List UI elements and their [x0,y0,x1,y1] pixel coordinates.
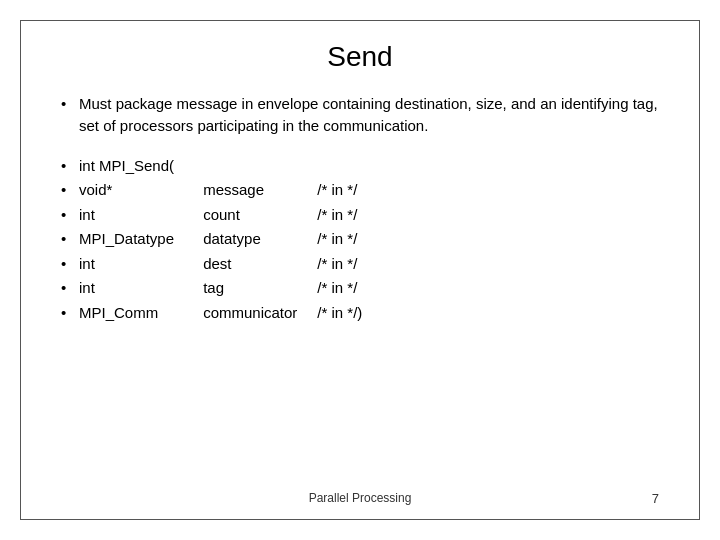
code-comment-1: /* in */ [317,179,357,202]
code-section: • int MPI_Send( • void* message /* in */… [61,155,659,325]
bullet-text-1: Must package message in envelope contain… [79,93,659,137]
code-arg-4: dest [203,253,313,276]
code-comment-2: /* in */ [317,204,357,227]
code-indent-5: int [79,277,199,300]
code-line-0: • int MPI_Send( [61,155,659,178]
code-comment-6: /* in */) [317,302,362,325]
code-text-2: int count /* in */ [79,204,357,227]
code-comment-3: /* in */ [317,228,357,251]
code-arg-2: count [203,204,313,227]
code-line-3: • MPI_Datatype datatype /* in */ [61,228,659,251]
code-arg-5: tag [203,277,313,300]
code-arg-3: datatype [203,228,313,251]
intro-bullet-section: • Must package message in envelope conta… [61,93,659,137]
code-dot-5: • [61,277,79,300]
code-dot-2: • [61,204,79,227]
code-line-5: • int tag /* in */ [61,277,659,300]
code-dot-0: • [61,155,79,178]
code-line-4: • int dest /* in */ [61,253,659,276]
code-text-4: int dest /* in */ [79,253,357,276]
code-indent-2: int [79,204,199,227]
code-text-0: int MPI_Send( [79,155,174,178]
code-comment-5: /* in */ [317,277,357,300]
code-text-5: int tag /* in */ [79,277,357,300]
code-arg-1: message [203,179,313,202]
footer-label: Parallel Processing [309,491,412,505]
code-arg-6: communicator [203,302,313,325]
code-text-3: MPI_Datatype datatype /* in */ [79,228,357,251]
footer-page: 7 [652,491,659,506]
code-line-2: • int count /* in */ [61,204,659,227]
code-dot-3: • [61,228,79,251]
code-indent-3: MPI_Datatype [79,228,199,251]
code-line-1: • void* message /* in */ [61,179,659,202]
code-dot-1: • [61,179,79,202]
bullet-dot-1: • [61,93,79,114]
footer: Parallel Processing 7 [51,485,669,509]
slide-container: Send • Must package message in envelope … [20,20,700,520]
code-dot-6: • [61,302,79,325]
code-line-6: • MPI_Comm communicator /* in */) [61,302,659,325]
code-indent-6: MPI_Comm [79,302,199,325]
code-indent-1: void* [79,179,199,202]
content-area: • Must package message in envelope conta… [51,93,669,485]
code-indent-4: int [79,253,199,276]
code-dot-4: • [61,253,79,276]
code-text-1: void* message /* in */ [79,179,357,202]
bullet-item-1: • Must package message in envelope conta… [61,93,659,137]
code-comment-4: /* in */ [317,253,357,276]
slide-title: Send [51,41,669,73]
code-text-6: MPI_Comm communicator /* in */) [79,302,362,325]
